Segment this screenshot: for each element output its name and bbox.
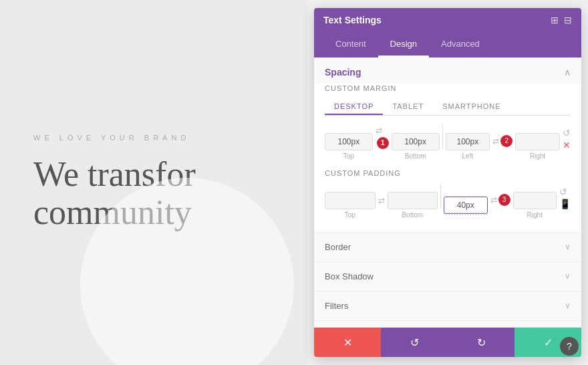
box-shadow-title: Box Shadow: [325, 271, 374, 281]
panel-tabs: Content Design Advanced: [314, 32, 581, 57]
margin-top-label: Top: [343, 152, 354, 160]
tab-advanced[interactable]: Advanced: [429, 32, 492, 57]
phone-icon: 📱: [559, 199, 571, 209]
margin-top-input[interactable]: [325, 133, 373, 150]
border-chevron: ∨: [565, 242, 571, 251]
box-shadow-section: Box Shadow ∨: [314, 261, 581, 291]
panel-header-icons: ⊞ ⊟: [551, 15, 572, 25]
margin-right-input[interactable]: [515, 133, 560, 150]
margin-top-group: Top: [325, 133, 373, 160]
padding-left-group: [444, 197, 488, 219]
redo-button[interactable]: ↻: [448, 328, 514, 357]
border-section: Border ∨: [314, 232, 581, 261]
panel-header: Text Settings ⊞ ⊟: [314, 8, 581, 32]
panel-footer: ✕ ↺ ↻ ✓: [314, 328, 581, 357]
brand-tagline: WE LOVE YOUR BRAND: [33, 134, 274, 142]
border-title: Border: [325, 242, 351, 252]
spacing-toggle[interactable]: ∧: [564, 67, 571, 78]
margin-right-group: Right: [515, 133, 560, 160]
spacing-title: Spacing: [325, 67, 361, 78]
filters-header[interactable]: Filters ∨: [314, 291, 581, 320]
padding-reset-icon[interactable]: ↺: [559, 187, 571, 197]
device-tab-tablet[interactable]: TABLET: [383, 99, 433, 115]
help-icon: ?: [567, 341, 572, 352]
animation-section: Animation ∨: [314, 320, 581, 328]
reset-button[interactable]: ↺: [381, 328, 448, 357]
margin-reset-icon[interactable]: ↺: [563, 128, 571, 138]
spacing-section: Spacing ∧ Custom Margin DESKTOP TABLET S…: [314, 57, 581, 232]
custom-padding-label: Custom Padding: [325, 169, 571, 177]
section-header-spacing: Spacing ∧: [314, 57, 581, 84]
animation-header[interactable]: Animation ∨: [314, 321, 581, 328]
padding-top-group: Top: [325, 192, 376, 219]
spacing-content: Custom Margin DESKTOP TABLET SMARTPHONE …: [314, 84, 581, 232]
margin-clear-icon[interactable]: ✕: [563, 140, 571, 150]
confirm-icon: ✓: [544, 336, 553, 349]
padding-right-input[interactable]: [513, 192, 557, 209]
reset-icon: ↺: [410, 336, 419, 349]
margin-left-group: Left: [446, 133, 490, 160]
badge-3: 3: [498, 194, 510, 206]
margin-bottom-input[interactable]: [392, 133, 440, 150]
help-button[interactable]: ?: [560, 337, 579, 356]
padding-bottom-group: Bottom: [388, 192, 438, 219]
padding-bottom-label: Bottom: [402, 211, 423, 219]
left-content: WE LOVE YOUR BRAND We transfor community: [0, 0, 307, 365]
box-shadow-header[interactable]: Box Shadow ∨: [314, 262, 581, 291]
padding-right-group: Right: [513, 192, 557, 219]
padding-left-input[interactable]: [444, 197, 488, 214]
margin-bottom-label: Bottom: [405, 152, 426, 160]
link-pad-top-bottom-icon: ⇄: [378, 196, 385, 205]
tab-content[interactable]: Content: [323, 32, 378, 57]
device-tab-desktop[interactable]: DESKTOP: [325, 99, 383, 115]
margin-left-label: Left: [462, 152, 474, 160]
expand-icon[interactable]: ⊞: [551, 15, 559, 25]
link-left-right-icon: ⇄: [492, 136, 499, 146]
filters-title: Filters: [325, 301, 348, 311]
cancel-button[interactable]: ✕: [314, 328, 381, 357]
filters-section: Filters ∨: [314, 291, 581, 320]
margin-bottom-group: Bottom: [392, 133, 440, 160]
redo-icon: ↻: [477, 336, 486, 349]
link-pad-left-right-icon: ⇄: [490, 195, 497, 205]
device-tabs: DESKTOP TABLET SMARTPHONE: [325, 99, 571, 116]
box-shadow-chevron: ∨: [565, 271, 571, 281]
panel-title: Text Settings: [323, 15, 382, 25]
margin-left-input[interactable]: [446, 133, 490, 150]
padding-right-label: Right: [527, 211, 543, 219]
padding-top-input[interactable]: [325, 192, 376, 209]
panel-body: Spacing ∧ Custom Margin DESKTOP TABLET S…: [314, 57, 581, 328]
device-tab-smartphone[interactable]: SMARTPHONE: [433, 99, 510, 115]
border-header[interactable]: Border ∨: [314, 233, 581, 261]
link-top-bottom-icon: ⇄: [376, 126, 382, 135]
badge-2: 2: [500, 135, 512, 147]
badge-1: 1: [377, 137, 389, 149]
settings-panel: Text Settings ⊞ ⊟ Content Design Advance…: [314, 8, 581, 357]
padding-top-label: Top: [345, 211, 355, 219]
margin-right-label: Right: [530, 152, 545, 160]
collapse-icon[interactable]: ⊟: [564, 15, 572, 25]
tab-design[interactable]: Design: [378, 32, 429, 57]
custom-margin-label: Custom Margin: [325, 84, 571, 92]
padding-bottom-input[interactable]: [388, 192, 438, 209]
filters-chevron: ∨: [565, 301, 571, 310]
cancel-icon: ✕: [343, 336, 352, 349]
